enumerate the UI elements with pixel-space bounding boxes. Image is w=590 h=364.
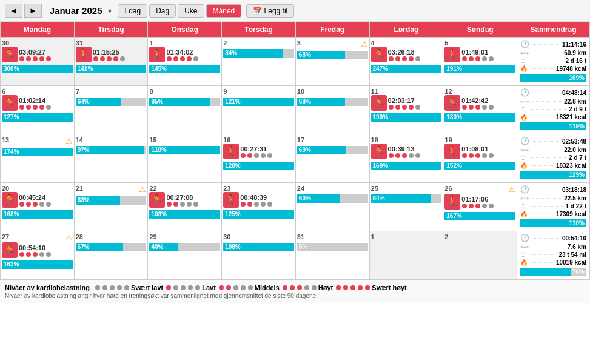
calendar-cell[interactable]: 8 85% <box>148 86 222 134</box>
calendar-cell[interactable]: 28 67% <box>75 231 149 280</box>
legend-row: Nivåer av kardiobelastning Svært lavtLav… <box>5 284 585 291</box>
calendar-cell[interactable]: 18 🏃 00:39:13 169% <box>370 134 444 183</box>
warn-icon: ⚠ <box>508 185 515 194</box>
legend-panel: Nivåer av kardiobelastning Svært lavtLav… <box>0 280 590 303</box>
calendar-cell[interactable]: 21 ⚠ 63% <box>75 183 149 231</box>
legend-note: Nivåer av kardiobelastning angir hvor ha… <box>5 293 585 299</box>
calendar-cell[interactable]: 1 🚶 01:34:02 145% <box>148 38 222 86</box>
view-idag-button[interactable]: I dag <box>118 4 147 18</box>
warn-icon: ⚠ <box>361 39 368 48</box>
calendar-cell[interactable]: 30 🏃 03:09:27 308% <box>1 38 75 86</box>
next-month-button[interactable]: ► <box>24 4 42 18</box>
view-buttons: I dag Dag Uke Måned <box>118 4 241 18</box>
view-dag-button[interactable]: Dag <box>149 4 176 18</box>
calendar-cell[interactable]: 9 121% <box>222 86 296 134</box>
calendar-cell[interactable]: 30 108% <box>222 231 296 280</box>
calendar-cell[interactable]: 24 60% <box>296 183 370 231</box>
view-uke-button[interactable]: Uke <box>178 4 204 18</box>
calendar-cell[interactable]: 22 🏃 00:27:08 103% <box>148 183 222 231</box>
day-header-mandag: Mandag <box>1 22 75 38</box>
legend-title: Nivåer av kardiobelastning <box>5 284 90 291</box>
summary-cell: 🕐 03:18:18 ⟺ 22.5 km ⏱ 1 d 22 t 🔥 17309 … <box>517 183 590 231</box>
day-header-lørdag: Lørdag <box>370 22 444 38</box>
header: ◄ ► Januar 2025 ▾ I dag Dag Uke Måned 📅 … <box>0 0 590 22</box>
warn-icon: ⚠ <box>65 136 73 145</box>
calendar-cell[interactable]: 2 84% <box>222 38 296 86</box>
calendar-cell[interactable]: 23 🚶 00:48:39 125% <box>222 183 296 231</box>
summary-header: Sammendrag <box>517 22 590 38</box>
calendar-cell[interactable]: 3 ⚠ 68% <box>296 38 370 86</box>
calendar-cell[interactable]: 26 ⚠ 🚶 01:17:06 167% <box>443 183 517 231</box>
calendar-cell[interactable]: 27 ⚠ 🏃 00:54:10 163% <box>1 231 75 280</box>
summary-cell: 🕐 00:54:10 ⟺ 7.6 km ⏱ 23 t 54 mi 🔥 10019… <box>517 231 590 280</box>
calendar-cell[interactable]: 29 40% <box>148 231 222 280</box>
summary-cell: 🕐 11:14:16 ⟺ 60.9 km ⏱ 2 d 16 t 🔥 19748 … <box>517 38 590 86</box>
calendar-cell[interactable]: 5 🚶 01:49:01 191% <box>443 38 517 86</box>
calendar-cell[interactable]: 10 68% <box>296 86 370 134</box>
dropdown-icon: ▾ <box>108 7 112 15</box>
calendar-cell[interactable]: 12 🏃 01:42:42 180% <box>443 86 517 134</box>
calendar-cell[interactable]: 11 🏃 02:03:17 190% <box>370 86 444 134</box>
summary-cell: 🕐 02:53:48 ⟺ 22.0 km ⏱ 2 d 7 t 🔥 18323 k… <box>517 134 590 183</box>
calendar-grid: MandagTirsdagOnsdagTorsdagFredagLørdagSø… <box>0 22 590 280</box>
calendar-cell[interactable]: 1 <box>370 231 444 280</box>
calendar-cell[interactable]: 13 ⚠ 174% <box>1 134 75 183</box>
calendar-cell[interactable]: 14 97% <box>75 134 149 183</box>
calendar-cell[interactable]: 16 🚶 00:27:31 128% <box>222 134 296 183</box>
calendar-cell[interactable]: 4 🏃 03:26:18 247% <box>370 38 444 86</box>
month-title[interactable]: Januar 2025 <box>50 5 102 16</box>
legend-items: Svært lavtLavtMiddelsHøytSvært høyt <box>95 284 409 291</box>
day-header-torsdag: Torsdag <box>222 22 296 38</box>
calendar-cell[interactable]: 25 84% <box>370 183 444 231</box>
calendar-cell[interactable]: 31 🚶 01:15:25 141% <box>75 38 149 86</box>
summary-cell: 🕐 04:48:14 ⟺ 22.8 km ⏱ 2 d 9 t 🔥 18321 k… <box>517 86 590 134</box>
calendar-cell[interactable]: 20 🏃 00:45:24 168% <box>1 183 75 231</box>
calendar-cell[interactable]: 19 🚶 01:08:01 152% <box>443 134 517 183</box>
day-header-fredag: Fredag <box>296 22 370 38</box>
view-maned-button[interactable]: Måned <box>206 4 242 18</box>
day-header-søndag: Søndag <box>443 22 517 38</box>
prev-month-button[interactable]: ◄ <box>5 4 22 18</box>
calendar-cell[interactable]: 31 0% <box>296 231 370 280</box>
day-header-tirsdag: Tirsdag <box>75 22 149 38</box>
calendar-cell[interactable]: 2 <box>443 231 517 280</box>
add-button[interactable]: 📅 Legg til <box>246 4 294 18</box>
calendar-cell[interactable]: 15 110% <box>148 134 222 183</box>
warn-icon: ⚠ <box>139 185 146 194</box>
calendar-cell[interactable]: 17 69% <box>296 134 370 183</box>
calendar-cell[interactable]: 7 64% <box>75 86 149 134</box>
warn-icon: ⚠ <box>65 233 73 242</box>
calendar-cell[interactable]: 6 🏃 01:02:14 127% <box>1 86 75 134</box>
day-header-onsdag: Onsdag <box>148 22 222 38</box>
